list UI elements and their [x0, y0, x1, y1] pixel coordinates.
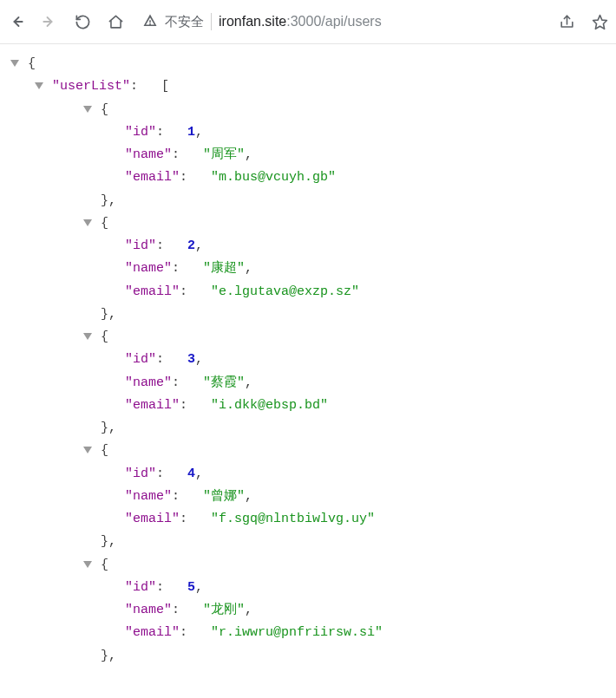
- json-row-email[interactable]: "email": "e.lgutava@exzp.sz": [9, 281, 609, 303]
- svg-marker-7: [83, 333, 92, 340]
- arrow-left-icon: [8, 13, 25, 30]
- chevron-down-icon[interactable]: [82, 219, 94, 228]
- bookmark-button[interactable]: [588, 10, 611, 33]
- json-value: 2: [187, 235, 195, 258]
- star-icon: [592, 14, 608, 30]
- json-value: "康超": [203, 258, 245, 280]
- json-row-id[interactable]: "id": 4,: [9, 463, 609, 486]
- address-divider: [211, 13, 212, 30]
- chevron-down-icon[interactable]: [9, 60, 21, 68]
- browser-toolbar: 不安全 ironfan.site:3000/api/users: [0, 0, 616, 44]
- svg-marker-4: [35, 82, 43, 89]
- chevron-down-icon[interactable]: [82, 447, 94, 455]
- security-label: 不安全: [165, 14, 204, 30]
- json-root-open[interactable]: {: [9, 53, 609, 75]
- reload-icon: [75, 14, 91, 30]
- json-value: "龙刚": [203, 599, 245, 622]
- home-icon: [108, 14, 124, 30]
- json-userlist-open[interactable]: "userList": [: [9, 75, 609, 98]
- arrow-right-icon: [41, 13, 58, 30]
- chevron-down-icon[interactable]: [82, 106, 94, 114]
- svg-marker-9: [83, 561, 92, 568]
- home-button[interactable]: [104, 10, 127, 33]
- json-value: "i.dkk@ebsp.bd": [211, 395, 328, 417]
- json-value: "m.bus@vcuyh.gb": [211, 166, 336, 189]
- svg-marker-3: [10, 60, 19, 67]
- json-key: userList: [60, 79, 122, 94]
- reload-button[interactable]: [71, 10, 94, 33]
- json-value: 5: [187, 577, 195, 599]
- json-row-email[interactable]: "email": "f.sgq@nlntbiwlvg.uy": [9, 508, 609, 531]
- json-object-close[interactable]: },: [9, 645, 609, 668]
- json-row-email[interactable]: "email": "i.dkk@ebsp.bd": [9, 395, 609, 417]
- json-object-close[interactable]: },: [9, 303, 609, 326]
- json-row-id[interactable]: "id": 5,: [9, 577, 609, 599]
- chevron-down-icon[interactable]: [82, 333, 94, 342]
- url-path: /api/users: [321, 14, 381, 29]
- json-row-id[interactable]: "id": 2,: [9, 235, 609, 258]
- json-value: "f.sgq@nlntbiwlvg.uy": [211, 508, 375, 531]
- svg-marker-5: [83, 106, 92, 113]
- svg-marker-8: [83, 447, 92, 453]
- address-bar[interactable]: 不安全 ironfan.site:3000/api/users: [137, 13, 545, 31]
- json-viewer: { "userList": [ { "id": 1, "name": "周军",…: [0, 44, 616, 671]
- share-button[interactable]: [555, 10, 578, 33]
- json-row-id[interactable]: "id": 3,: [9, 349, 609, 371]
- json-object-close[interactable]: },: [9, 531, 609, 553]
- svg-marker-2: [593, 15, 606, 29]
- json-object-open[interactable]: {: [9, 554, 609, 577]
- share-icon: [559, 14, 575, 30]
- json-object-close[interactable]: },: [9, 190, 609, 212]
- back-button[interactable]: [5, 10, 28, 33]
- json-object-open[interactable]: {: [9, 99, 609, 121]
- json-value: 3: [187, 349, 195, 371]
- forward-button[interactable]: [38, 10, 61, 33]
- url-port: :3000: [286, 14, 321, 29]
- json-object-open[interactable]: {: [9, 440, 609, 462]
- json-row-name[interactable]: "name": "龙刚",: [9, 599, 609, 622]
- json-row-name[interactable]: "name": "康超",: [9, 258, 609, 280]
- json-value: "周军": [203, 144, 245, 166]
- chevron-down-icon[interactable]: [82, 561, 94, 570]
- chevron-down-icon[interactable]: [33, 82, 45, 91]
- json-row-id[interactable]: "id": 1,: [9, 121, 609, 144]
- json-object-open[interactable]: {: [9, 212, 609, 235]
- json-row-name[interactable]: "name": "周军",: [9, 144, 609, 166]
- svg-marker-6: [83, 219, 92, 226]
- json-value: "蔡霞": [203, 372, 245, 395]
- json-row-email[interactable]: "email": "m.bus@vcuyh.gb": [9, 166, 609, 189]
- json-row-email[interactable]: "email": "r.iwwru@pnfriirsw.si": [9, 622, 609, 644]
- security-warning-icon: [142, 13, 158, 31]
- url-host: ironfan.site: [219, 14, 286, 29]
- json-object-open[interactable]: {: [9, 326, 609, 349]
- json-value: 4: [187, 463, 195, 486]
- json-value: "r.iwwru@pnfriirsw.si": [211, 622, 383, 644]
- json-row-name[interactable]: "name": "曾娜",: [9, 486, 609, 508]
- json-value: "e.lgutava@exzp.sz": [211, 281, 359, 303]
- json-object-close[interactable]: },: [9, 417, 609, 440]
- json-value: 1: [187, 121, 195, 144]
- json-value: "曾娜": [203, 486, 245, 508]
- url-text: ironfan.site:3000/api/users: [219, 14, 382, 29]
- json-row-name[interactable]: "name": "蔡霞",: [9, 372, 609, 395]
